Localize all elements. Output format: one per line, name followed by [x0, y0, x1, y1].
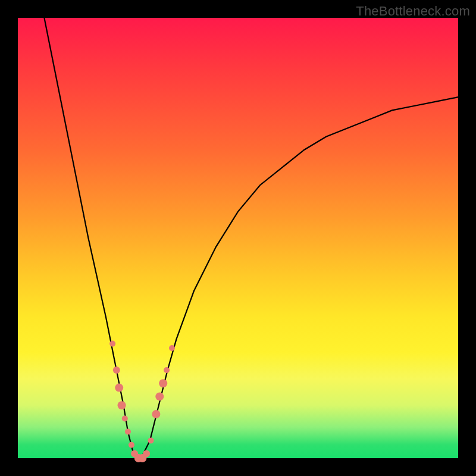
- curve-marker: [148, 437, 154, 443]
- chart-frame: TheBottleneck.com: [0, 0, 476, 476]
- curve-marker: [159, 379, 167, 387]
- curve-marker: [155, 392, 164, 400]
- curve-marker: [122, 415, 128, 421]
- curve-marker: [169, 345, 175, 351]
- bottleneck-curve: [44, 18, 458, 458]
- curve-markers: [109, 341, 175, 462]
- watermark-text: TheBottleneck.com: [356, 4, 470, 19]
- chart-plot-area: [18, 18, 458, 458]
- curve-marker: [129, 442, 134, 448]
- curve-marker: [164, 367, 170, 373]
- curve-marker: [152, 410, 160, 418]
- curve-marker: [125, 429, 131, 435]
- chart-svg: [18, 18, 458, 458]
- curve-marker: [113, 367, 120, 374]
- curve-marker: [109, 341, 115, 347]
- curve-marker: [118, 401, 126, 409]
- curve-marker: [115, 384, 123, 392]
- curve-marker: [143, 450, 150, 458]
